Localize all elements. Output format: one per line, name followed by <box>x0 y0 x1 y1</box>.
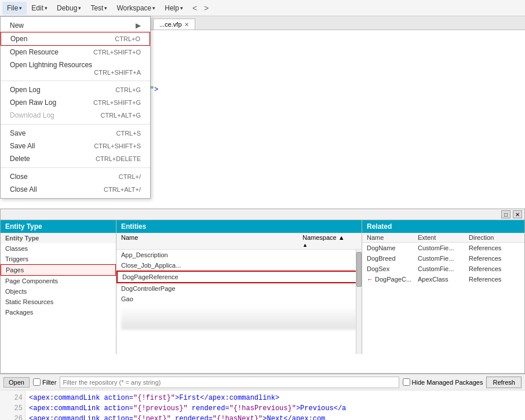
separator-3 <box>1 167 150 168</box>
menu-workspace[interactable]: Workspace ▾ <box>112 2 160 14</box>
list-item[interactable]: Entity Type <box>1 233 116 243</box>
open-button[interactable]: Open <box>3 377 30 388</box>
list-item: DogName CustomFie... References <box>362 243 524 253</box>
entities-list: App_Description Close_Job_Applica... Dog… <box>116 250 362 354</box>
filter-checkbox-label: Filter <box>33 378 56 386</box>
scrollbar-thumb[interactable] <box>356 252 362 287</box>
menu-nav: < > <box>190 2 211 14</box>
blurred-row <box>121 306 357 330</box>
entities-ns-header[interactable]: Namespace ▲ <box>302 234 349 248</box>
list-item-dog-page-reference[interactable]: DogPageReference <box>116 271 362 283</box>
shortcut-download-log: CTRL+ALT+G <box>101 112 141 119</box>
entity-type-column: Entity Type Entity Type Classes Triggers… <box>1 220 116 354</box>
menu-item-save[interactable]: Save CTRL+S <box>1 127 150 140</box>
file-dropdown-menu: New ▶ Open CTRL+O Open Resource CTRL+SHI… <box>0 16 151 199</box>
shortcut-open: CTRL+O <box>115 35 140 42</box>
menu-item-new[interactable]: New ▶ <box>1 19 150 32</box>
nav-prev-button[interactable]: < <box>190 2 199 14</box>
filter-checkbox[interactable] <box>33 378 41 386</box>
filter-input[interactable] <box>60 377 399 388</box>
related-column: Related Name Extent Direction DogName Cu… <box>362 220 524 354</box>
entity-panel: □ ✕ Entity Type Entity Type Classes Trig… <box>0 209 525 374</box>
bottom-toolbar: Open Filter Hide Managed Packages Refres… <box>0 374 525 390</box>
menu-item-delete[interactable]: Delete CTRL+DELETE <box>1 152 150 165</box>
panel-minimize-button[interactable]: □ <box>501 210 511 218</box>
code-line-24: <apex:commandLink action="{!first}">Firs… <box>29 393 520 403</box>
shortcut-open-lightning: CTRL+SHIFT+A <box>94 69 141 76</box>
list-item[interactable]: Page Components <box>1 276 116 286</box>
panel-header: □ ✕ <box>1 209 524 220</box>
separator-2 <box>1 124 150 125</box>
list-item[interactable]: Close_Job_Applica... <box>116 260 362 271</box>
related-subheader: Name Extent Direction <box>362 233 524 243</box>
menu-item-open-lightning[interactable]: Open Lightning Resources CTRL+SHIFT+A <box>1 59 150 78</box>
entities-column: Entities Name Namespace ▲ App_Descriptio… <box>116 220 362 354</box>
menu-item-open-raw-log[interactable]: Open Raw Log CTRL+SHIFT+G <box>1 96 150 109</box>
menu-help[interactable]: Help ▾ <box>160 2 188 14</box>
bottom-code-content: <apex:commandLink action="{!first}">Firs… <box>0 390 525 420</box>
entities-subheader: Name Namespace ▲ <box>116 233 362 250</box>
list-item[interactable]: App_Description <box>116 250 362 260</box>
submenu-arrow-icon: ▶ <box>136 21 141 30</box>
tab-vfp[interactable]: ...ce.vfp ✕ <box>153 19 195 30</box>
separator-1 <box>1 81 150 81</box>
shortcut-close-all: CTRL+ALT+/ <box>104 186 141 193</box>
related-header: Related <box>362 220 524 233</box>
list-item: DogBreed CustomFie... References <box>362 253 524 264</box>
shortcut-save-all: CTRL+SHIFT+S <box>94 143 141 149</box>
menu-item-open-log[interactable]: Open Log CTRL+G <box>1 83 150 96</box>
list-item[interactable]: Classes <box>1 243 116 254</box>
code-line-25: <apex:commandLink action="{!previous}" r… <box>29 403 520 414</box>
related-list: DogName CustomFie... References DogBreed… <box>362 243 524 284</box>
tab-close-icon[interactable]: ✕ <box>184 21 189 28</box>
menu-item-open[interactable]: Open CTRL+O <box>1 32 150 46</box>
related-direction-col: Direction <box>469 234 520 241</box>
menu-item-open-resource[interactable]: Open Resource CTRL+SHIFT+O <box>1 46 150 59</box>
menu-bar: File ▾ Edit ▾ Debug ▾ Test ▾ Workspace ▾… <box>0 0 525 16</box>
menu-edit[interactable]: Edit ▾ <box>27 2 52 14</box>
menu-item-download-log: Download Log CTRL+ALT+G <box>1 109 150 122</box>
entity-type-header: Entity Type <box>1 220 116 233</box>
menu-test[interactable]: Test ▾ <box>86 2 112 14</box>
shortcut-close: CTRL+/ <box>119 173 141 180</box>
tab-bar: ...ce.vfp ✕ <box>151 16 525 30</box>
code-line-26: <apex:commandLink action="{!next}" rende… <box>29 414 520 420</box>
entity-columns: Entity Type Entity Type Classes Triggers… <box>1 220 524 354</box>
related-name-col: Name <box>367 234 418 241</box>
bottom-line-numbers: 24 25 26 <box>0 390 25 420</box>
list-item[interactable]: Packages <box>1 307 116 317</box>
arrow-left-icon: ← <box>367 276 375 283</box>
list-item[interactable]: DogControllerPage <box>116 283 362 294</box>
menu-file[interactable]: File ▾ <box>2 2 27 14</box>
list-item[interactable]: Static Resources <box>1 297 116 307</box>
panel-close-button[interactable]: ✕ <box>513 210 522 218</box>
menu-item-save-all[interactable]: Save All CTRL+SHIFT+S <box>1 140 150 152</box>
list-item[interactable]: Triggers <box>1 254 116 264</box>
nav-next-button[interactable]: > <box>202 2 211 14</box>
list-item: ← DogPageC... ApexClass References <box>362 274 524 284</box>
list-item[interactable]: Gao <box>116 294 362 304</box>
hide-managed-checkbox[interactable] <box>403 378 410 386</box>
hide-managed-label: Hide Managed Packages <box>403 378 483 386</box>
refresh-button[interactable]: Refresh <box>486 377 522 388</box>
list-item[interactable]: Objects <box>1 286 116 297</box>
entities-header: Entities <box>116 220 362 233</box>
list-item: DogSex CustomFie... References <box>362 264 524 274</box>
menu-item-close-all[interactable]: Close All CTRL+ALT+/ <box>1 183 150 196</box>
shortcut-save: CTRL+S <box>116 130 141 137</box>
bottom-code-area: 24 25 26 <apex:commandLink action="{!fir… <box>0 390 525 420</box>
menu-item-close[interactable]: Close CTRL+/ <box>1 170 150 183</box>
menu-debug[interactable]: Debug ▾ <box>52 2 86 14</box>
shortcut-delete: CTRL+DELETE <box>96 155 141 162</box>
refresh-section: Refresh <box>486 377 522 388</box>
shortcut-open-resource: CTRL+SHIFT+O <box>93 49 141 56</box>
entities-name-header: Name <box>121 234 302 248</box>
scroll-indicator <box>349 234 357 248</box>
shortcut-open-log: CTRL+G <box>115 86 141 93</box>
entity-type-list: Entity Type Classes Triggers Pages Page … <box>1 233 116 353</box>
shortcut-open-raw-log: CTRL+SHIFT+G <box>93 99 141 106</box>
related-extent-col: Extent <box>418 234 469 241</box>
entities-scrollbar[interactable] <box>356 250 362 354</box>
list-item-pages[interactable]: Pages <box>1 264 116 276</box>
